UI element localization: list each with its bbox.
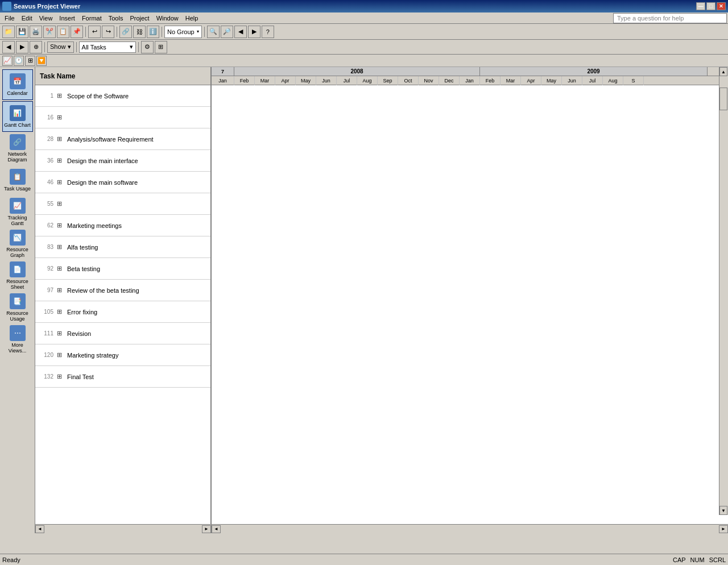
expand-icon[interactable]: ⊞ (57, 373, 65, 380)
expand-icon[interactable]: ⊞ (57, 114, 65, 121)
sidebar-item-resourcesheet[interactable]: 📄 Resource Sheet (2, 260, 33, 291)
month-s-2009: S (623, 76, 644, 85)
menu-view[interactable]: View (36, 14, 56, 23)
show-button[interactable]: Show ▾ (47, 41, 74, 53)
expand-icon[interactable]: ⊞ (57, 200, 65, 207)
gantt-hscroll-right[interactable]: ► (719, 525, 728, 533)
vertical-scrollbar[interactable]: ▲ ▼ (719, 67, 728, 515)
help-search[interactable]: Type a question for help (613, 13, 727, 23)
save-button[interactable]: 💾 (16, 26, 28, 38)
expand-icon[interactable]: ⊞ (57, 308, 65, 315)
sidebar-item-taskusage[interactable]: 📋 Task Usage (2, 165, 33, 196)
menu-tools[interactable]: Tools (105, 14, 127, 23)
table-button[interactable]: ⊞ (155, 41, 167, 53)
next-button[interactable]: ▶ (16, 41, 28, 53)
redo-button[interactable]: ↪ (102, 26, 114, 38)
task-row[interactable]: 132 ⊞ Final Test (35, 366, 210, 388)
expand-icon[interactable]: ⊞ (57, 265, 65, 272)
task-filter-label: All Tasks (82, 44, 106, 51)
sidebar-item-tracking[interactable]: 📈 Tracking Gantt (2, 197, 33, 227)
sidebar-item-resourcegraph[interactable]: 📉 Resource Graph (2, 229, 33, 259)
separator-5 (44, 42, 45, 52)
analytics-btn[interactable]: 📈 (2, 56, 13, 66)
cut-button[interactable]: ✂️ (43, 26, 56, 38)
maximize-button[interactable]: □ (706, 2, 715, 10)
taskusage-icon: 📋 (10, 169, 26, 185)
gantt-hscroll-track[interactable] (221, 525, 719, 533)
sidebar-item-gantt[interactable]: 📊 Gantt Chart (2, 101, 33, 132)
link-button[interactable]: 🔗 (119, 26, 132, 38)
close-button[interactable]: ✕ (717, 2, 726, 10)
sidebar-item-network[interactable]: 🔗 Network Diagram (2, 133, 33, 164)
scroll-thumb[interactable] (719, 88, 727, 110)
zoom-out-button[interactable]: 🔎 (221, 26, 233, 38)
month-jun-2009: Jun (562, 76, 582, 85)
task-row[interactable]: 55 ⊞ (35, 193, 210, 215)
scroll-up-button[interactable]: ▲ (719, 67, 727, 76)
sidebar-item-resourceusage[interactable]: 📑 Resource Usage (2, 292, 33, 323)
task-list-hscroll: ◄ ► (35, 525, 212, 533)
task-row[interactable]: 36 ⊞ Design the main interface (35, 150, 210, 172)
resourceusage-label: Resource Usage (3, 310, 32, 322)
expand-icon[interactable]: ⊞ (57, 243, 65, 251)
group-dropdown[interactable]: No Group ▾ (164, 26, 202, 38)
task-row[interactable]: 97 ⊞ Review of the beta testing (35, 280, 210, 301)
expand-icon[interactable]: ⊞ (57, 135, 65, 143)
menu-file[interactable]: File (1, 14, 18, 23)
copy-button[interactable]: 📋 (57, 26, 69, 38)
task-row[interactable]: 120 ⊞ Marketing strategy (35, 344, 210, 366)
task-hscroll-track[interactable] (44, 525, 202, 533)
zoom-in-button[interactable]: 🔍 (207, 26, 220, 38)
expand-icon[interactable]: ⊞ (57, 178, 65, 186)
expand-icon[interactable]: ⊞ (57, 351, 65, 359)
expand-icon[interactable]: ⊞ (57, 92, 65, 99)
expand-icon[interactable]: ⊞ (57, 286, 65, 294)
task-name-label: Marketing meetings (67, 222, 208, 229)
unlink-button[interactable]: ⛓ (133, 26, 146, 38)
task-row[interactable]: 1 ⊞ Scope of the Software (35, 85, 210, 107)
sidebar-item-moreview[interactable]: ⋯ More Views... (2, 324, 33, 355)
schedule-btn[interactable]: 🕐 (14, 56, 24, 66)
print-button[interactable]: 🖨️ (30, 26, 42, 38)
task-hscroll-right[interactable]: ► (202, 525, 211, 533)
go-to-button[interactable]: ⊕ (30, 41, 42, 53)
gantt-hscroll-left[interactable]: ◄ (212, 525, 221, 533)
task-row[interactable]: 46 ⊞ Design the main software (35, 172, 210, 193)
expand-icon[interactable]: ⊞ (57, 330, 65, 337)
scroll-left-button[interactable]: ◀ (234, 26, 247, 38)
new-button[interactable]: 📁 (2, 26, 15, 38)
menu-help[interactable]: Help (182, 14, 202, 23)
task-row[interactable]: 83 ⊞ Alfa testing (35, 236, 210, 258)
task-hscroll-left[interactable]: ◄ (35, 525, 44, 533)
help-button[interactable]: ? (262, 26, 274, 38)
group-btn[interactable]: ⊞ (25, 56, 35, 66)
task-row[interactable]: 92 ⊞ Beta testing (35, 258, 210, 280)
expand-icon[interactable]: ⊞ (57, 222, 65, 229)
menu-window[interactable]: Window (153, 14, 182, 23)
task-filter-dropdown[interactable]: All Tasks ▾ (79, 41, 136, 53)
filter-button[interactable]: ⚙ (141, 41, 154, 53)
task-row[interactable]: 62 ⊞ Marketing meetings (35, 215, 210, 236)
task-row[interactable]: 111 ⊞ Revision (35, 323, 210, 344)
task-id: 120 (38, 352, 53, 358)
menu-project[interactable]: Project (126, 14, 152, 23)
menu-insert[interactable]: Insert (56, 14, 78, 23)
menu-edit[interactable]: Edit (18, 14, 36, 23)
toolbar-3: 📈 🕐 ⊞ 🔽 (0, 55, 728, 67)
filter2-btn[interactable]: 🔽 (36, 56, 47, 66)
task-row[interactable]: 105 ⊞ Error fixing (35, 301, 210, 323)
paste-button[interactable]: 📌 (71, 26, 83, 38)
scroll-down-button[interactable]: ▼ (719, 506, 727, 515)
prev-button[interactable]: ◀ (2, 41, 15, 53)
menu-format[interactable]: Format (78, 14, 105, 23)
undo-button[interactable]: ↩ (88, 26, 101, 38)
sidebar-item-calendar[interactable]: 📅 Calendar (2, 69, 33, 100)
task-row[interactable]: 16 ⊞ (35, 107, 210, 128)
task-row[interactable]: 28 ⊞ Analysis/software Requirement (35, 128, 210, 150)
task-name-label: Scope of the Software (67, 93, 208, 99)
task-name-label: Review of the beta testing (67, 287, 208, 294)
minimize-button[interactable]: — (696, 2, 705, 10)
expand-icon[interactable]: ⊞ (57, 157, 65, 164)
task-info-button[interactable]: ℹ️ (147, 26, 159, 38)
scroll-right-button[interactable]: ▶ (248, 26, 260, 38)
